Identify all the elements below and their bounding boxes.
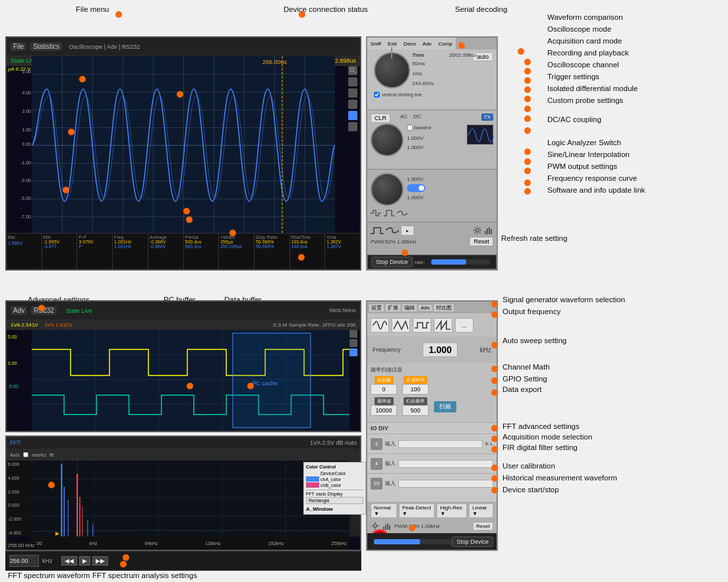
measure-icon[interactable] (348, 88, 357, 98)
more-waves-btn2[interactable]: ... (455, 318, 473, 333)
step-time-input[interactable]: 100 (402, 384, 429, 395)
signal-gen-label: Signal generator waveform selection (502, 296, 625, 304)
historical-label: Historical measurement waveform (502, 474, 617, 482)
dot-waveform (68, 129, 75, 135)
chb-color-swatch (306, 482, 319, 488)
vertical-dividing-cb[interactable]: vertical dividing line (374, 92, 422, 98)
time-knob[interactable] (374, 52, 410, 88)
tab-yachan[interactable]: 扩展 (386, 304, 400, 311)
isolated-diff-label: Isolated differential module (547, 84, 638, 92)
sweep-title: 频率扫描仪器 (371, 366, 493, 373)
signal-gen-panel[interactable]: 设置 扩展 编辑 Adv 对比图 ... Frequency 1.000 kHz (366, 300, 498, 551)
ch4-control[interactable] (398, 460, 493, 468)
osc-toolbar: File Statistics Oscilloscope | Adv | RS2… (7, 38, 360, 55)
tab-deco[interactable]: Deco (400, 38, 419, 49)
svg-rect-40 (389, 525, 390, 530)
tab-adv[interactable]: Adv (419, 38, 435, 49)
icon1[interactable] (349, 330, 357, 338)
step-freq-input[interactable]: 500 (402, 405, 429, 416)
ch10-control[interactable] (398, 480, 493, 488)
square-btn[interactable] (413, 318, 431, 333)
cursor-icon[interactable] (348, 77, 357, 86)
device-startstop-label: Device start/stop (502, 486, 559, 494)
peak-detect-btn[interactable]: Peak-Detect ▼ (399, 503, 435, 518)
ch3-control[interactable] (398, 440, 483, 448)
waveform-svg: 266.00us (32, 56, 335, 234)
recording-playback-label: Recording and playback (547, 49, 628, 57)
gear-icon[interactable] (473, 226, 482, 235)
statistics-btn[interactable]: Statistics (30, 42, 62, 51)
dot-custom-probe (524, 115, 531, 122)
more-waves-btn[interactable]: ▸ (401, 226, 414, 236)
control-panel[interactable]: Sniff Extr Deco Adv Comp auto Time 50ms … (366, 36, 498, 271)
fft-title: FFT (10, 439, 21, 446)
reset-bottom-btn[interactable]: Reset (473, 522, 493, 531)
rectangle-select[interactable]: Rectangle (306, 497, 363, 504)
start-freq-input[interactable]: 0 (371, 384, 397, 395)
state-live-bottom: State Live (66, 307, 92, 314)
voltage-value: 1.000V (407, 135, 423, 141)
file-menu-btn[interactable]: File (11, 42, 26, 51)
zoom-icon[interactable] (348, 66, 357, 75)
sweep-section: 频率扫描仪器 起始频 0 步进时间 100 最终值 10000 幻步频率 500… (367, 363, 497, 422)
acq-mode-row: Normal ▼ Peak-Detect ▼ High-Res ▼ Linear… (367, 501, 497, 520)
marks-checkbox[interactable] (23, 452, 28, 457)
tab-bianji[interactable]: 编辑 (402, 304, 417, 311)
reset-btn[interactable]: Reset (470, 237, 493, 246)
fft-color-control: Color Control DeviceColor chA_color chB_… (303, 462, 366, 515)
bottom-sample: S.S.M Sample Rate: 1FFO site 20K (273, 322, 356, 328)
meas-width-col: +Width 295µs 250.200us (219, 234, 255, 269)
fft-triangle-marker[interactable]: ▶ (55, 531, 59, 536)
icon2[interactable] (349, 339, 357, 347)
dot-software (524, 188, 531, 195)
fft-play-btn[interactable]: ▶ (79, 556, 90, 566)
osc-bottom[interactable]: Adv RS232 State Live 5808.5MHz 1VA 2.541… (5, 300, 361, 432)
stop-device-btn-bottom[interactable]: Stop Device (452, 536, 493, 547)
time-label: Time (412, 52, 425, 58)
a-window-label: A_Window (306, 506, 363, 512)
fft-advanced-label: FFT advanced settings (502, 422, 580, 430)
waveform-select[interactable]: ... (367, 313, 497, 337)
end-freq-input[interactable]: 10000 (371, 405, 397, 416)
sawtooth-btn[interactable] (434, 318, 452, 333)
spectrum-icon-2[interactable] (382, 521, 392, 531)
meas-label-col: Mw 1.995V (7, 234, 42, 269)
linear-btn[interactable]: Linear ▼ (469, 503, 493, 518)
tab-sniff[interactable]: Sniff (367, 38, 384, 49)
dot-fir (491, 446, 498, 453)
tab-extr[interactable]: Extr (384, 38, 400, 49)
tab-adv2[interactable]: Adv (419, 305, 432, 311)
high-res-btn[interactable]: High-Res ▼ (437, 503, 467, 518)
tab-shezhi[interactable]: 设置 (369, 304, 384, 311)
sine-btn[interactable] (371, 318, 389, 333)
sweep-btn[interactable]: 扫频 (434, 401, 456, 412)
clr-btn[interactable]: CLR (371, 113, 390, 123)
toggle-switch[interactable] (407, 184, 425, 192)
osc-adv-btn[interactable]: Adv (11, 306, 27, 315)
meas-duty-col: Duty Ratio 50.090% 50.000% (255, 234, 290, 269)
tab-comp[interactable]: Comp (435, 38, 456, 49)
wave-icon[interactable] (348, 100, 357, 109)
stop-device-btn[interactable]: Stop Device (371, 257, 413, 267)
vertical-dividing-checkbox[interactable] (374, 92, 380, 98)
tab-duibi[interactable]: 对比图 (434, 304, 454, 311)
triangle-btn[interactable] (392, 318, 410, 333)
ch2-voltage-knob[interactable] (371, 173, 404, 206)
settings-icons[interactable] (473, 226, 493, 235)
oscilloscope-main[interactable]: File Statistics Oscilloscope | Adv | RS2… (5, 36, 361, 271)
normal-btn[interactable]: Normal ▼ (371, 503, 397, 518)
ch1-voltage-knob[interactable] (371, 123, 404, 156)
baseline-cb[interactable]: baseline (407, 125, 431, 131)
icon3[interactable] (349, 348, 357, 356)
fft-freq-input[interactable] (9, 555, 39, 567)
fft-next-btn[interactable]: ▶▶ (92, 556, 108, 566)
baseline-checkbox[interactable] (407, 125, 413, 131)
spectrum-icon[interactable] (484, 226, 493, 235)
fft-prev-btn[interactable]: ◀◀ (61, 556, 77, 566)
channel-icon[interactable] (348, 111, 357, 120)
dot-hist (491, 475, 498, 482)
fft-spectrum-label: FFT spectrum waveform (8, 571, 90, 579)
settings-icon[interactable] (348, 122, 357, 131)
time-value: 244.800s (412, 81, 434, 86)
freq-value-display[interactable]: 1.000 (423, 342, 458, 357)
